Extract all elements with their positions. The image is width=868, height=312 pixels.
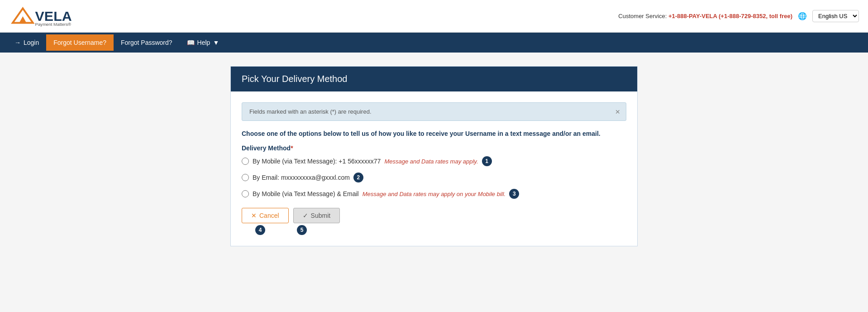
forgot-username-label: Forgot Username? bbox=[53, 39, 106, 46]
card-body: Fields marked with an asterisk (*) are r… bbox=[231, 91, 637, 246]
top-bar: VELA Payment Matters® Customer Service: … bbox=[0, 0, 868, 33]
radio-option-2: By Email: mxxxxxxxxa@gxxxl.com 2 bbox=[242, 173, 626, 182]
main-content: Pick Your Delivery Method Fields marked … bbox=[0, 53, 868, 260]
delivery-label-text: Delivery Method bbox=[242, 144, 291, 152]
help-icon: 📖 bbox=[187, 39, 195, 46]
step-badge-5: 5 bbox=[297, 225, 307, 235]
card-header: Pick Your Delivery Method bbox=[231, 67, 637, 91]
submit-label: Submit bbox=[311, 212, 331, 219]
login-icon: → bbox=[14, 39, 21, 46]
delivery-method-card: Pick Your Delivery Method Fields marked … bbox=[230, 66, 638, 246]
nav-bar: → Login Forgot Username? Forgot Password… bbox=[0, 33, 868, 53]
button-row: ✕ Cancel ✓ Submit bbox=[242, 208, 626, 223]
cs-label: Customer Service: bbox=[618, 13, 668, 19]
forgot-password-nav-item[interactable]: Forgot Password? bbox=[114, 34, 180, 51]
badge-3: 3 bbox=[509, 189, 519, 199]
submit-button[interactable]: ✓ Submit bbox=[293, 208, 340, 223]
mobile-warning-text: Message and Data rates may apply. bbox=[384, 158, 478, 165]
alert-box: Fields marked with an asterisk (*) are r… bbox=[242, 102, 626, 121]
forgot-username-nav-item[interactable]: Forgot Username? bbox=[46, 34, 114, 51]
customer-service-text: Customer Service: +1-888-PAY-VELA (+1-88… bbox=[618, 13, 792, 19]
svg-marker-1 bbox=[19, 16, 26, 23]
logo-area: VELA Payment Matters® bbox=[9, 5, 81, 28]
radio-email-label: By Email: mxxxxxxxxa@gxxxl.com bbox=[253, 174, 350, 181]
svg-text:Payment Matters®: Payment Matters® bbox=[35, 21, 72, 26]
login-nav-item[interactable]: → Login bbox=[7, 34, 46, 51]
badge-1: 1 bbox=[482, 156, 492, 166]
radio-mobile-label: By Mobile (via Text Message): +1 56xxxxx… bbox=[253, 158, 381, 165]
delivery-method-label: Delivery Method* bbox=[242, 144, 626, 152]
cancel-icon: ✕ bbox=[251, 212, 257, 219]
required-asterisk: * bbox=[291, 144, 293, 152]
globe-icon: 🌐 bbox=[798, 12, 807, 20]
radio-option-1: By Mobile (via Text Message): +1 56xxxxx… bbox=[242, 156, 626, 166]
radio-mobile-email-label: By Mobile (via Text Message) & Email bbox=[253, 190, 359, 197]
alert-close-button[interactable]: ✕ bbox=[615, 108, 620, 115]
logo-svg: VELA Payment Matters® bbox=[9, 5, 81, 28]
login-label: Login bbox=[24, 39, 39, 46]
radio-mobile[interactable] bbox=[242, 158, 249, 165]
forgot-password-label: Forgot Password? bbox=[121, 39, 172, 46]
submit-icon: ✓ bbox=[303, 212, 308, 219]
help-nav-item[interactable]: 📖 Help ▼ bbox=[180, 34, 227, 51]
radio-mobile-email[interactable] bbox=[242, 190, 249, 197]
help-dropdown-icon: ▼ bbox=[213, 39, 219, 46]
top-right: Customer Service: +1-888-PAY-VELA (+1-88… bbox=[618, 10, 859, 22]
help-label: Help bbox=[197, 39, 210, 46]
cs-phone[interactable]: +1-888-PAY-VELA (+1-888-729-8352, toll f… bbox=[668, 13, 792, 19]
mobile-email-warning-text: Message and Data rates may apply on your… bbox=[362, 191, 506, 197]
badge-2: 2 bbox=[353, 173, 363, 182]
radio-email[interactable] bbox=[242, 174, 249, 181]
alert-text: Fields marked with an asterisk (*) are r… bbox=[249, 108, 372, 115]
cancel-label: Cancel bbox=[259, 212, 279, 219]
language-select[interactable]: English US bbox=[812, 10, 859, 22]
card-title: Pick Your Delivery Method bbox=[242, 74, 626, 84]
instruction-text: Choose one of the options below to tell … bbox=[242, 130, 626, 137]
cancel-button[interactable]: ✕ Cancel bbox=[242, 208, 289, 223]
radio-option-3: By Mobile (via Text Message) & Email Mes… bbox=[242, 189, 626, 199]
step-badge-4: 4 bbox=[255, 225, 265, 235]
svg-text:VELA: VELA bbox=[35, 8, 72, 23]
step-badges: 4 5 bbox=[242, 225, 626, 235]
